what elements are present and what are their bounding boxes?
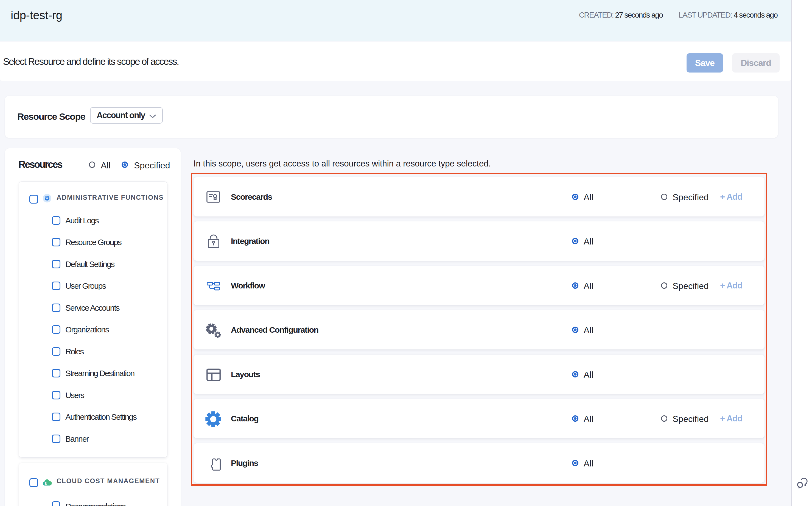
svg-text:$: $ [45, 482, 47, 486]
